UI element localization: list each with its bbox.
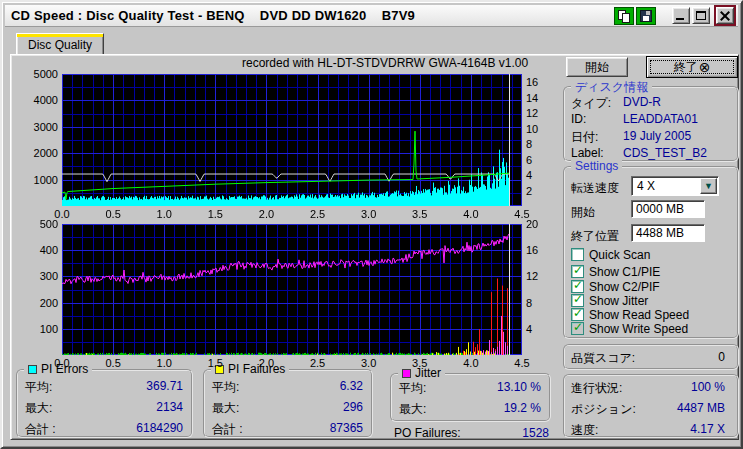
disc-id-value: LEADDATA01 bbox=[623, 112, 698, 126]
stop-button[interactable]: 終了⊗ bbox=[646, 56, 738, 78]
disc-info-group: ディスク情報 タイプ: DVD-R ID: LEADDATA01 日付: 19 … bbox=[563, 86, 739, 162]
speed-status-value: 4.17 X bbox=[690, 422, 725, 436]
check-icon: ✓ bbox=[573, 278, 583, 292]
pie-avg-label: 平均: bbox=[25, 379, 52, 396]
axis-tick-label: 1.5 bbox=[200, 208, 230, 220]
disc-label-label: Label: bbox=[571, 146, 604, 160]
axis-tick-label: 1.0 bbox=[149, 208, 179, 220]
settings-group: Settings 転送速度 4 X ▼ 開始 終了位置 ✓ Quick Scan… bbox=[563, 166, 739, 339]
speed-selected-value: 4 X bbox=[637, 179, 655, 193]
maximize-button[interactable] bbox=[692, 7, 710, 24]
quick-scan-label: Quick Scan bbox=[589, 248, 650, 262]
pi-errors-group: PI Errors 平均: 369.71 最大: 2134 合計 : 61842… bbox=[16, 369, 193, 438]
axis-tick-label: 6 bbox=[526, 154, 532, 166]
disc-info-title: ディスク情報 bbox=[571, 79, 652, 96]
check-icon: ✓ bbox=[573, 320, 583, 334]
start-button[interactable]: 開始 bbox=[566, 57, 628, 77]
pie-total-value: 6184290 bbox=[136, 421, 183, 435]
settings-title: Settings bbox=[571, 159, 622, 173]
axis-tick-label: 500 bbox=[22, 218, 58, 230]
po-failures-label: PO Failures: bbox=[394, 426, 461, 440]
speed-select[interactable]: 4 X ▼ bbox=[631, 176, 719, 196]
axis-tick-label: 1.5 bbox=[200, 357, 230, 369]
show-jitter-label: Show Jitter bbox=[589, 294, 648, 308]
axis-tick-label: 16 bbox=[526, 76, 538, 88]
show-write-speed-checkbox[interactable]: ✓ bbox=[571, 322, 584, 335]
pie-total-label: 合計 : bbox=[25, 421, 56, 438]
speed-status-label: 速度: bbox=[571, 422, 598, 439]
window-title: CD Speed : Disc Quality Test - BENQ DVD … bbox=[11, 8, 415, 23]
start-position-input[interactable] bbox=[631, 200, 705, 218]
axis-tick-label: 3.0 bbox=[354, 208, 384, 220]
check-icon: ✓ bbox=[573, 306, 583, 320]
pif-max-value: 296 bbox=[343, 400, 363, 414]
quality-score-group: 品質スコア: 0 bbox=[563, 344, 739, 370]
chevron-down-icon[interactable]: ▼ bbox=[700, 178, 717, 194]
tab-active-stripe bbox=[17, 34, 103, 37]
axis-tick-label: 300 bbox=[22, 270, 58, 282]
axis-tick-label: 2.0 bbox=[251, 357, 281, 369]
axis-tick-label: 10 bbox=[526, 123, 538, 135]
end-position-input[interactable] bbox=[631, 224, 705, 242]
po-failures-value: 1528 bbox=[497, 426, 549, 440]
axis-tick-label: 12 bbox=[526, 107, 538, 119]
app-window: CD Speed : Disc Quality Test - BENQ DVD … bbox=[0, 0, 743, 449]
axis-tick-label: 0.0 bbox=[47, 357, 77, 369]
axis-tick-label: 20 bbox=[526, 218, 538, 230]
minimize-icon bbox=[676, 18, 684, 20]
copy-button[interactable] bbox=[614, 7, 634, 25]
pi-failures-group: PI Failures 平均: 6.32 最大: 296 合計 : 87365 bbox=[203, 369, 373, 438]
axis-tick-label: 0.5 bbox=[98, 357, 128, 369]
show-c2-pif-label: Show C2/PIF bbox=[589, 280, 660, 294]
tab-label: Disc Quality bbox=[28, 38, 92, 52]
minimize-button[interactable] bbox=[672, 7, 690, 24]
end-pos-label: 終了位置 bbox=[571, 228, 619, 245]
show-c1-pie-label: Show C1/PIE bbox=[589, 265, 660, 279]
progress-group: 進行状況: 100 % ポジション: 4487 MB 速度: 4.17 X bbox=[563, 374, 739, 438]
axis-tick-label: 2 bbox=[526, 185, 532, 197]
position-value: 4487 MB bbox=[677, 401, 725, 415]
axis-tick-label: 0.5 bbox=[98, 208, 128, 220]
tab-disc-quality[interactable]: Disc Quality bbox=[16, 33, 104, 55]
disc-date-value: 19 July 2005 bbox=[623, 129, 691, 143]
axis-tick-label: 3000 bbox=[22, 121, 58, 133]
axis-tick-label: 2.0 bbox=[251, 208, 281, 220]
check-icon: ✓ bbox=[573, 263, 583, 277]
disc-date-label: 日付: bbox=[571, 129, 598, 146]
jitter-group: Jitter 平均: 13.10 % 最大: 19.2 % bbox=[390, 373, 551, 422]
pi-errors-legend-swatch bbox=[28, 365, 37, 374]
axis-tick-label: 2000 bbox=[22, 147, 58, 159]
stop-icon: ⊗ bbox=[699, 59, 711, 75]
show-read-speed-label: Show Read Speed bbox=[589, 308, 689, 322]
quick-scan-checkbox[interactable]: ✓ bbox=[571, 248, 584, 261]
pie-max-value: 2134 bbox=[156, 400, 183, 414]
progress-label: 進行状況: bbox=[571, 380, 622, 397]
disc-type-label: タイプ: bbox=[571, 95, 611, 112]
save-button[interactable] bbox=[636, 7, 656, 25]
pif-total-label: 合計 : bbox=[212, 421, 243, 438]
jitter-max-label: 最大: bbox=[399, 401, 426, 418]
show-c1-pie-checkbox[interactable]: ✓ bbox=[571, 265, 584, 278]
axis-tick-label: 4000 bbox=[22, 94, 58, 106]
axis-tick-label: 16 bbox=[526, 244, 538, 256]
axis-tick-label: 2.5 bbox=[303, 357, 333, 369]
axis-tick-label: 14 bbox=[526, 92, 538, 104]
axis-tick-label: 2.5 bbox=[303, 208, 333, 220]
axis-tick-label: 100 bbox=[22, 323, 58, 335]
axis-tick-label: 1.0 bbox=[149, 357, 179, 369]
disc-id-label: ID: bbox=[571, 112, 586, 126]
pie-avg-value: 369.71 bbox=[146, 379, 183, 393]
disc-label-value: CDS_TEST_B2 bbox=[623, 146, 707, 160]
position-label: ポジション: bbox=[571, 401, 636, 418]
axis-tick-label: 3.5 bbox=[405, 208, 435, 220]
pif-total-value: 87365 bbox=[330, 421, 363, 435]
recorded-with-text: recorded with HL-DT-STDVDRRW GWA-4164B v… bbox=[242, 56, 528, 70]
axis-tick-label: 200 bbox=[22, 297, 58, 309]
title-bar[interactable]: CD Speed : Disc Quality Test - BENQ DVD … bbox=[5, 5, 738, 27]
jitter-avg-label: 平均: bbox=[399, 380, 426, 397]
pif-avg-label: 平均: bbox=[212, 379, 239, 396]
jitter-avg-value: 13.10 % bbox=[497, 380, 541, 394]
start-pos-label: 開始 bbox=[571, 204, 595, 221]
check-icon: ✓ bbox=[573, 292, 583, 306]
close-button[interactable] bbox=[716, 7, 734, 24]
